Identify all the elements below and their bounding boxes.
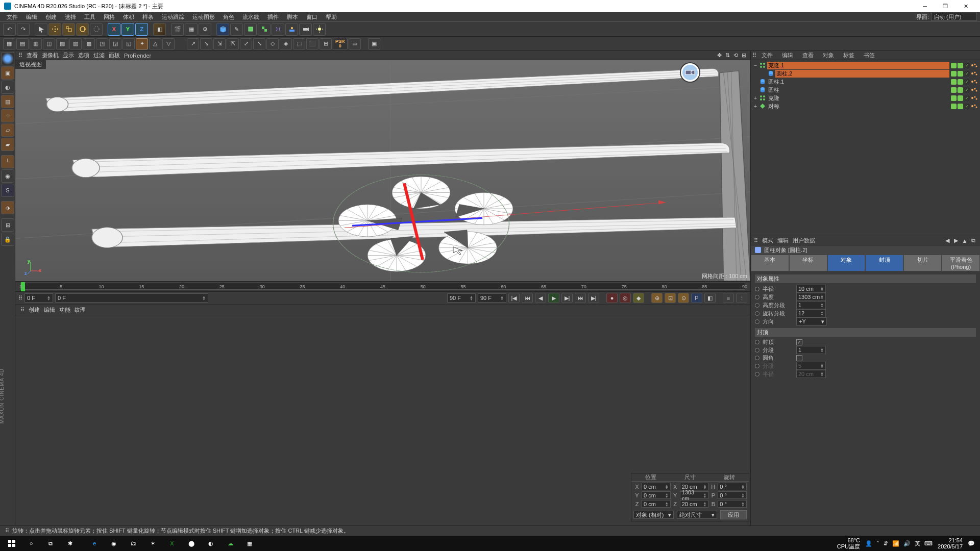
psr-indicator[interactable]: PSR0 bbox=[333, 38, 348, 50]
enable-flag[interactable]: ✓ bbox=[964, 104, 970, 109]
coord-system[interactable]: ◧ bbox=[153, 23, 166, 36]
attr-tab-cap[interactable]: 封顶 bbox=[865, 255, 903, 271]
vis-flag[interactable] bbox=[951, 71, 957, 77]
lock-toggle[interactable]: 🔒 bbox=[1, 233, 14, 246]
primitive-cube[interactable] bbox=[216, 23, 229, 36]
om-tab-tags[interactable]: 标签 bbox=[839, 51, 859, 60]
menu-mograph[interactable]: 运动图形 bbox=[189, 13, 218, 21]
attr-input[interactable]: 1▲▼ bbox=[796, 301, 826, 309]
maximize-button[interactable]: ❐ bbox=[935, 0, 955, 12]
coord-input[interactable]: 20 cm▲▼ bbox=[680, 500, 709, 508]
tray-network-icon[interactable]: ⇵ bbox=[884, 540, 888, 547]
tree-row[interactable]: +克隆✓ bbox=[751, 94, 980, 102]
key-anim[interactable]: ◧ bbox=[704, 293, 716, 303]
attr-nav-fwd-icon[interactable]: ▶ bbox=[952, 237, 960, 244]
viewport-solo[interactable]: ⬗ bbox=[1, 201, 14, 214]
app-explorer-icon[interactable]: 🗂 bbox=[125, 536, 142, 551]
menu-volume[interactable]: 体积 bbox=[119, 13, 138, 21]
app-calc-icon[interactable]: ▦ bbox=[241, 536, 258, 551]
environment-tool[interactable] bbox=[285, 23, 298, 36]
anim-dot[interactable] bbox=[755, 311, 760, 316]
tray-wifi-icon[interactable]: 📶 bbox=[892, 540, 899, 547]
render-flag[interactable] bbox=[958, 104, 963, 109]
timeline-track[interactable]: 051015202530354045505560657075808590 bbox=[20, 283, 745, 290]
app-edge-icon[interactable]: e bbox=[86, 536, 103, 551]
app-c4d-icon[interactable]: ◐ bbox=[202, 536, 219, 551]
anim-dot[interactable] bbox=[755, 287, 760, 291]
menu-edit[interactable]: 编辑 bbox=[22, 13, 41, 21]
tree-item-name[interactable]: 圆柱 bbox=[767, 86, 949, 94]
attr-nav-back-icon[interactable]: ◀ bbox=[944, 237, 951, 244]
enable-flag[interactable]: ✓ bbox=[964, 79, 970, 85]
snap-toggle[interactable]: ⊞ bbox=[1, 218, 14, 232]
tree-row[interactable]: 圆柱✓ bbox=[751, 86, 980, 94]
menu-motiontrack[interactable]: 运动跟踪 bbox=[158, 13, 188, 21]
tree-expand-icon[interactable]: − bbox=[753, 62, 758, 68]
vis-flag[interactable] bbox=[951, 87, 957, 93]
tree-item-name[interactable]: 克隆 bbox=[767, 94, 949, 102]
key-opt2[interactable]: ⋮ bbox=[736, 293, 747, 303]
sbtn-21[interactable]: ◈ bbox=[280, 38, 292, 49]
menu-pipeline[interactable]: 流水线 bbox=[239, 13, 263, 21]
axis-y-toggle[interactable]: Y bbox=[121, 23, 134, 36]
soft-select[interactable]: ◉ bbox=[1, 169, 14, 183]
attr-input[interactable]: 1▲▼ bbox=[796, 346, 826, 354]
menu-script[interactable]: 脚本 bbox=[283, 13, 302, 21]
sbtn-12[interactable]: △ bbox=[149, 38, 161, 49]
sbtn-5[interactable]: ▧ bbox=[56, 38, 68, 49]
viewport[interactable]: 透视视图 网格间距 : 100 cm x y z bbox=[15, 60, 750, 281]
attr-dropdown[interactable]: +Y▾ bbox=[796, 317, 827, 325]
render-flag[interactable] bbox=[958, 79, 963, 85]
coord-input[interactable]: 0 cm▲▼ bbox=[642, 500, 671, 508]
sbtn-2[interactable]: ▤ bbox=[16, 38, 29, 49]
frame-current[interactable]: 0 F▲▼ bbox=[55, 293, 208, 303]
poly-mode[interactable]: ▰ bbox=[1, 138, 14, 151]
tray-ime[interactable]: 英 bbox=[915, 540, 920, 547]
menu-spline[interactable]: 样条 bbox=[139, 13, 157, 21]
sbtn-14[interactable]: ↗ bbox=[187, 38, 199, 49]
anim-dot[interactable] bbox=[755, 319, 760, 324]
cortana-icon[interactable]: ○ bbox=[22, 536, 40, 551]
edge-mode[interactable]: ▱ bbox=[1, 123, 14, 137]
mat-menu-edit[interactable]: 编辑 bbox=[44, 306, 55, 314]
apply-button[interactable]: 应用 bbox=[720, 510, 747, 519]
attr-tab-object[interactable]: 对象 bbox=[827, 255, 866, 271]
tag-icon[interactable] bbox=[971, 87, 978, 93]
undo-button[interactable]: ↶ bbox=[3, 23, 16, 36]
workplane-mode[interactable]: ▤ bbox=[1, 95, 14, 108]
autokey-button[interactable]: ◎ bbox=[620, 293, 631, 303]
key-pos[interactable]: ⊕ bbox=[651, 293, 663, 303]
render-region[interactable]: ▦ bbox=[185, 23, 198, 36]
mat-menu-create[interactable]: 创建 bbox=[29, 306, 40, 314]
tray-sound-icon[interactable]: 🔊 bbox=[903, 540, 911, 547]
coord-input[interactable]: 0 cm▲▼ bbox=[642, 483, 671, 490]
sbtn-10[interactable]: ◱ bbox=[122, 38, 135, 49]
start-button[interactable] bbox=[3, 536, 20, 551]
tree-row[interactable]: +对称✓ bbox=[751, 102, 980, 110]
sbtn-16[interactable]: ⇲ bbox=[213, 38, 226, 49]
tweak-mode[interactable]: S bbox=[1, 184, 14, 197]
timeline[interactable]: 051015202530354045505560657075808590 bbox=[15, 281, 750, 291]
attr-tab-basic[interactable]: 基本 bbox=[751, 255, 789, 271]
enable-flag[interactable]: ✓ bbox=[964, 71, 970, 77]
deformer-tool[interactable] bbox=[272, 23, 284, 36]
vp-nav-zoom-icon[interactable]: ⇅ bbox=[724, 52, 731, 59]
menu-window[interactable]: 窗口 bbox=[303, 13, 321, 21]
tree-row[interactable]: 圆柱.2✓ bbox=[751, 69, 980, 78]
attr-nav-new-icon[interactable]: ⧉ bbox=[970, 237, 977, 244]
key-rot[interactable]: ⊙ bbox=[678, 293, 689, 303]
key-opt1[interactable]: ≡ bbox=[723, 293, 734, 303]
prev-frame[interactable]: ◀ bbox=[535, 293, 546, 303]
keyframe-sel[interactable]: ◆ bbox=[633, 293, 644, 303]
attr-input[interactable]: 12▲▼ bbox=[796, 309, 826, 317]
sbtn-brush[interactable]: ✦ bbox=[136, 38, 148, 49]
vp-menu-options[interactable]: 选项 bbox=[78, 52, 89, 59]
axis-z-toggle[interactable]: Z bbox=[135, 23, 148, 36]
sbtn-6[interactable]: ▨ bbox=[69, 38, 82, 49]
menu-plugins[interactable]: 插件 bbox=[264, 13, 282, 21]
tag-icon[interactable] bbox=[971, 95, 978, 101]
camera-badge-icon[interactable] bbox=[681, 63, 699, 82]
om-tab-view[interactable]: 查看 bbox=[798, 51, 818, 60]
tag-icon[interactable] bbox=[971, 104, 978, 109]
tray-notifications-icon[interactable]: 💬 bbox=[968, 540, 975, 547]
